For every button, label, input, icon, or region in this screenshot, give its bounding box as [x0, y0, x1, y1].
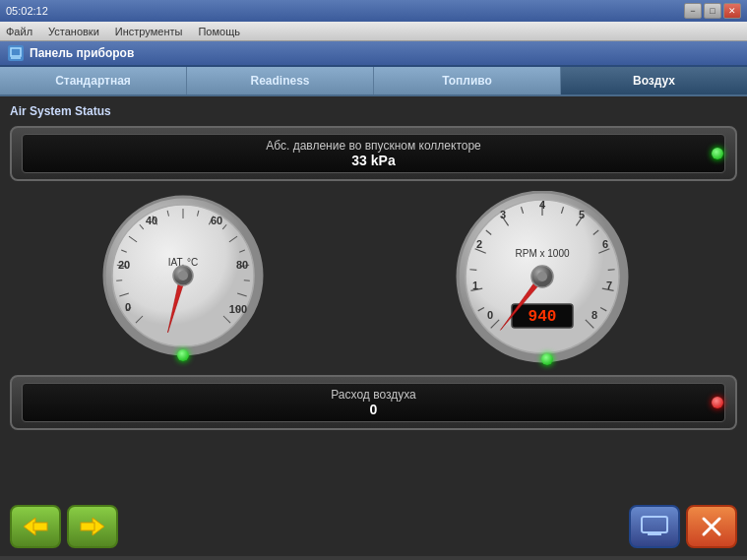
right-gauge-status — [541, 353, 553, 365]
svg-text:7: 7 — [605, 280, 611, 291]
gauges-row: 0 20 40 60 80 100 IAT, °C — [10, 191, 737, 365]
top-gauge-bar: Абс. давление во впускном коллекторе 33 … — [10, 126, 737, 181]
menu-help[interactable]: Помощь — [198, 26, 240, 37]
svg-text:8: 8 — [591, 309, 596, 321]
menu-settings[interactable]: Установки — [48, 26, 99, 37]
svg-text:940: 940 — [528, 308, 556, 326]
svg-text:RPM x 1000: RPM x 1000 — [515, 248, 569, 259]
nav-buttons-left — [10, 505, 118, 548]
os-title-bar: 05:02:12 − □ ✕ — [0, 0, 747, 22]
back-arrow-icon — [22, 516, 49, 537]
monitor-icon — [640, 515, 669, 538]
section-title: Air System Status — [10, 104, 737, 118]
tab-readiness[interactable]: Readiness — [187, 67, 374, 94]
menu-file[interactable]: Файл — [6, 26, 32, 37]
svg-rect-70 — [33, 523, 47, 530]
minimize-button[interactable]: − — [684, 3, 702, 19]
svg-text:6: 6 — [601, 238, 607, 250]
svg-rect-75 — [652, 532, 657, 535]
maximize-button[interactable]: □ — [704, 3, 721, 19]
nav-buttons-right — [629, 505, 737, 548]
svg-line-40 — [469, 270, 476, 271]
svg-point-68 — [537, 272, 547, 281]
bottom-gauge-status — [712, 397, 723, 408]
bottom-gauge-title: Расход воздуха — [32, 388, 715, 402]
svg-text:40: 40 — [145, 215, 156, 226]
top-gauge-status — [712, 148, 723, 159]
top-gauge-text: Абс. давление во впускном коллекторе 33 … — [32, 139, 715, 168]
bottom-gauge-inner: Расход воздуха 0 — [22, 383, 725, 422]
menu-bar: Файл Установки Инструменты Помощь — [0, 22, 747, 41]
svg-text:4: 4 — [538, 199, 545, 211]
svg-point-34 — [178, 271, 188, 280]
monitor-button[interactable] — [629, 505, 680, 548]
tab-air[interactable]: Воздух — [561, 67, 747, 94]
back-button[interactable] — [10, 505, 61, 548]
bottom-gauge-bar: Расход воздуха 0 — [10, 375, 737, 430]
svg-text:1: 1 — [471, 280, 477, 291]
bottom-gauge-text: Расход воздуха 0 — [32, 388, 715, 417]
svg-text:2: 2 — [475, 238, 481, 250]
left-gauge: 0 20 40 60 80 100 IAT, °C — [102, 195, 265, 357]
close-x-icon — [700, 515, 723, 538]
window-title: Панель приборов — [30, 46, 134, 60]
svg-text:20: 20 — [117, 259, 129, 271]
left-gauge-container: 0 20 40 60 80 100 IAT, °C — [102, 195, 265, 361]
top-gauge-inner: Абс. давление во впускном коллекторе 33 … — [22, 134, 725, 173]
svg-text:0: 0 — [124, 301, 130, 313]
tab-fuel[interactable]: Топливо — [374, 67, 561, 94]
svg-line-50 — [607, 270, 614, 271]
svg-rect-73 — [642, 517, 667, 532]
forward-arrow-icon — [79, 516, 106, 537]
top-gauge-title: Абс. давление во впускном коллекторе — [32, 139, 715, 153]
svg-text:0: 0 — [486, 309, 492, 321]
right-gauge: 0 1 2 3 4 5 6 7 8 RPM x 1000 — [449, 191, 646, 363]
app-icon — [8, 45, 24, 61]
svg-text:5: 5 — [578, 209, 584, 220]
tabs-bar: Стандартная Readiness Топливо Воздух — [0, 67, 747, 96]
close-button[interactable]: ✕ — [723, 3, 741, 19]
time-display: 05:02:12 — [6, 5, 48, 17]
left-gauge-status — [177, 349, 189, 361]
top-gauge-value: 33 kPa — [32, 153, 715, 168]
forward-button[interactable] — [67, 505, 118, 548]
svg-text:60: 60 — [210, 215, 221, 226]
content-area: Air System Status Абс. давление во впуск… — [0, 96, 747, 556]
menu-tools[interactable]: Инструменты — [115, 26, 183, 37]
bottom-gauge-value: 0 — [32, 402, 715, 417]
svg-rect-72 — [81, 523, 94, 530]
svg-rect-0 — [11, 48, 21, 56]
svg-text:80: 80 — [235, 259, 247, 271]
svg-text:3: 3 — [499, 209, 505, 220]
tab-standard[interactable]: Стандартная — [0, 67, 187, 94]
svg-text:100: 100 — [228, 303, 246, 315]
close-app-button[interactable] — [686, 505, 737, 548]
right-gauge-container: 0 1 2 3 4 5 6 7 8 RPM x 1000 — [449, 191, 646, 365]
